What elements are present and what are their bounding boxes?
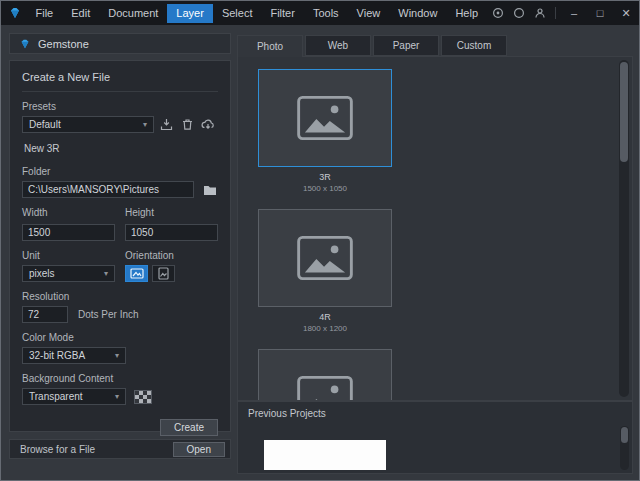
browse-file-label: Browse for a File — [20, 444, 95, 455]
preset-import-icon[interactable] — [157, 116, 175, 133]
orientation-label: Orientation — [125, 250, 218, 261]
resolution-unit-label: Dots Per Inch — [78, 309, 139, 320]
previous-projects-scrollbar[interactable] — [620, 426, 629, 470]
resolution-label: Resolution — [22, 291, 218, 302]
menu-document[interactable]: Document — [99, 4, 167, 23]
menu-select[interactable]: Select — [213, 4, 262, 23]
preset-thumb-box — [258, 209, 392, 307]
transparency-swatch-icon — [134, 390, 152, 404]
presets-label: Presets — [22, 101, 218, 112]
size-labels-row: Width Height — [22, 198, 218, 222]
maximize-button[interactable]: □ — [587, 1, 613, 25]
resolution-row: Dots Per Inch — [22, 306, 218, 323]
background-content-value: Transparent — [29, 391, 83, 402]
chevron-down-icon: ▾ — [115, 392, 119, 401]
sidebar-app-header: Gemstone — [9, 33, 231, 54]
previous-projects-panel: Previous Projects — [237, 401, 633, 474]
previous-projects-title: Previous Projects — [238, 402, 632, 419]
aperture-icon[interactable] — [508, 1, 529, 25]
new-file-form: Create a New File Presets Default ▾ — [9, 60, 231, 432]
folder-row — [22, 181, 218, 198]
menu-layer[interactable]: Layer — [167, 4, 213, 23]
chevron-down-icon: ▾ — [115, 351, 119, 360]
preset-select[interactable]: Default ▾ — [22, 116, 154, 133]
preset-thumb-name: 4R — [258, 312, 392, 322]
section-title: Create a New File — [22, 69, 218, 92]
preset-select-value: Default — [29, 119, 61, 130]
background-content-row: Transparent ▾ — [22, 388, 218, 405]
menu-view[interactable]: View — [348, 4, 390, 23]
titlebar-separator — [555, 7, 556, 19]
titlebar: File Edit Document Layer Select Filter T… — [1, 1, 639, 25]
preset-thumb-box — [258, 69, 392, 167]
preset-category-tabs: Photo Web Paper Custom — [237, 35, 507, 56]
width-label: Width — [22, 207, 115, 218]
preset-thumbnail-area: 3R 1500 x 1050 4R 1800 x 1200 — [237, 56, 633, 401]
create-row: Create — [22, 419, 218, 436]
orientation-portrait-button[interactable] — [152, 265, 175, 282]
menu-bar: File Edit Document Layer Select Filter T… — [27, 1, 488, 25]
previous-projects-scrollbar-thumb[interactable] — [621, 427, 628, 443]
tab-web[interactable]: Web — [305, 35, 371, 56]
preset-thumb-size: 1800 x 1200 — [258, 324, 392, 333]
menu-tools[interactable]: Tools — [304, 4, 348, 23]
presets-row: Default ▾ — [22, 116, 218, 133]
gem-logo-icon — [19, 38, 31, 50]
background-content-label: Background Content — [22, 373, 218, 384]
height-label: Height — [125, 207, 218, 218]
orientation-landscape-button[interactable] — [125, 265, 148, 282]
color-wheel-icon[interactable] — [487, 1, 508, 25]
tab-photo[interactable]: Photo — [237, 35, 303, 57]
tab-paper[interactable]: Paper — [373, 35, 439, 56]
resolution-input[interactable] — [22, 306, 68, 323]
preset-thumb-name: 3R — [258, 172, 392, 182]
color-mode-label: Color Mode — [22, 332, 218, 343]
user-account-icon[interactable] — [529, 1, 550, 25]
menu-edit[interactable]: Edit — [62, 4, 99, 23]
preset-sync-icon[interactable] — [199, 116, 217, 133]
image-placeholder-icon — [296, 235, 354, 281]
titlebar-right: – □ ✕ — [487, 1, 639, 25]
close-button[interactable]: ✕ — [613, 1, 639, 25]
presets-scrollbar[interactable] — [619, 60, 629, 397]
preset-thumb-4r[interactable]: 4R 1800 x 1200 — [258, 209, 392, 333]
height-input[interactable] — [125, 224, 218, 241]
app-logo-icon — [8, 5, 23, 21]
preset-thumb-size: 1500 x 1050 — [258, 184, 392, 193]
browse-file-panel: Browse for a File Open — [9, 439, 231, 459]
tab-custom[interactable]: Custom — [441, 35, 507, 56]
presets-scrollbar-thumb[interactable] — [620, 62, 628, 162]
background-content-select[interactable]: Transparent ▾ — [22, 388, 126, 405]
unit-select[interactable]: pixels ▾ — [22, 265, 115, 282]
image-placeholder-icon — [296, 95, 354, 141]
open-button[interactable]: Open — [173, 442, 225, 457]
folder-label: Folder — [22, 166, 218, 177]
previous-project-item[interactable] — [264, 440, 386, 470]
preset-thumb-3r[interactable]: 3R 1500 x 1050 — [258, 69, 392, 193]
menu-help[interactable]: Help — [446, 4, 487, 23]
size-inputs-row — [22, 222, 218, 241]
menu-window[interactable]: Window — [389, 4, 446, 23]
chevron-down-icon: ▾ — [143, 120, 147, 129]
unit-orientation-row: pixels ▾ — [22, 265, 218, 282]
unit-label: Unit — [22, 250, 115, 261]
preset-thumb-box — [258, 349, 392, 401]
color-mode-select[interactable]: 32-bit RGBA ▾ — [22, 347, 126, 364]
image-placeholder-icon — [296, 375, 354, 401]
unit-orientation-labels: Unit Orientation — [22, 241, 218, 265]
create-button[interactable]: Create — [160, 419, 218, 436]
unit-select-value: pixels — [29, 268, 55, 279]
width-input[interactable] — [22, 224, 115, 241]
app-window: File Edit Document Layer Select Filter T… — [0, 0, 640, 481]
preset-delete-icon[interactable] — [178, 116, 196, 133]
app-name-label: Gemstone — [38, 38, 89, 50]
chevron-down-icon: ▾ — [104, 269, 108, 278]
folder-input[interactable] — [22, 181, 194, 198]
menu-file[interactable]: File — [27, 4, 63, 23]
minimize-button[interactable]: – — [561, 1, 587, 25]
folder-browse-icon[interactable] — [202, 181, 218, 198]
preset-thumb-next[interactable] — [258, 349, 392, 401]
preset-list-item[interactable]: New 3R — [22, 143, 218, 154]
menu-filter[interactable]: Filter — [261, 4, 303, 23]
color-mode-value: 32-bit RGBA — [29, 350, 85, 361]
